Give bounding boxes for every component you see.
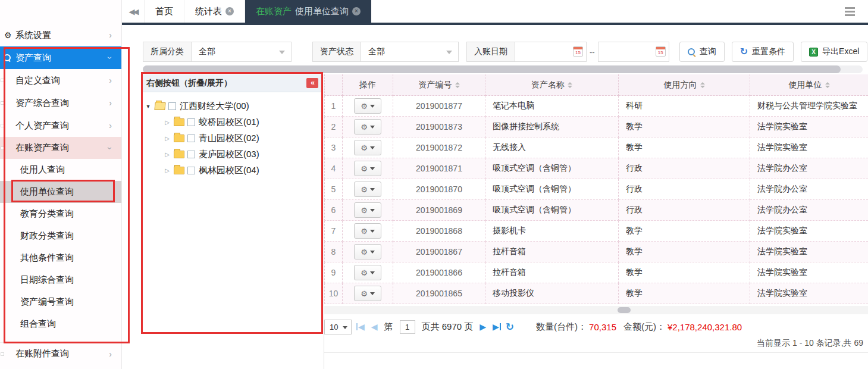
row-actions-button[interactable]: ⚙ xyxy=(354,244,381,259)
first-page-icon[interactable]: ◀ xyxy=(358,323,365,331)
records-summary: 当前显示 1 - 10 条记录,共 69 xyxy=(324,338,863,349)
table-row[interactable]: 9 ⚙ 2019001866 拉杆音箱 教学 法学院实验室 xyxy=(324,262,868,283)
table-row[interactable]: 5 ⚙ 2019001870 吸顶式空调（含铜管） 行政 法学院办公室 xyxy=(324,179,868,200)
export-excel-button[interactable]: X 导出Excel xyxy=(801,42,867,62)
sort-icon[interactable] xyxy=(455,82,460,88)
assets-table: 操作 资产编号 资产名称 使用方向 使用单位 1 ⚙ 2019001877 笔记… xyxy=(324,74,868,304)
close-icon[interactable]: × xyxy=(352,7,361,15)
asset-name-cell: 图像拼接控制系统 xyxy=(485,117,619,137)
table-row[interactable]: 7 ⚙ 2019001868 摄影机卡 教学 法学院实验室 xyxy=(324,221,868,242)
date-start-input[interactable]: 15 xyxy=(515,42,587,62)
row-actions-button[interactable]: ⚙ xyxy=(354,202,381,218)
use-direction-cell: 行政 xyxy=(619,158,750,179)
row-actions-button[interactable]: ⚙ xyxy=(354,286,381,301)
tab-home[interactable]: 首页 xyxy=(145,0,184,23)
status-select[interactable]: 全部 xyxy=(361,42,459,62)
refresh-icon: ↻ xyxy=(740,47,748,57)
date-range-separator: -- xyxy=(587,42,598,62)
sort-icon[interactable] xyxy=(700,82,705,88)
row-operation-cell: ⚙ xyxy=(343,117,393,137)
asset-name-cell: 摄影机卡 xyxy=(485,221,619,242)
row-index: 5 xyxy=(324,179,343,200)
calendar-icon[interactable]: 15 xyxy=(656,46,666,57)
table-row[interactable]: 6 ⚙ 2019001869 吸顶式空调（含铜管） 行政 法学院办公室 xyxy=(324,200,868,221)
calendar-icon[interactable]: 15 xyxy=(573,46,583,57)
pagination-bar: 10 ◀ ◀ 第 1 页共 6970 页 ▶ ▶ ↻ 数量(台件)： 70,31… xyxy=(324,317,868,337)
sidebar-item-label: 系统设置 xyxy=(15,30,51,41)
table-scrollbar-track[interactable] xyxy=(324,306,868,314)
asset-name-cell: 吸顶式空调（含铜管） xyxy=(485,200,619,221)
close-icon[interactable]: × xyxy=(225,7,234,15)
use-unit-cell: 法学院实验室 xyxy=(750,283,868,304)
table-row[interactable]: 8 ⚙ 2019001867 拉杆音箱 教学 法学院实验室 xyxy=(324,242,868,262)
row-operation-cell: ⚙ xyxy=(343,262,393,283)
gear-icon: ⚙ xyxy=(361,102,368,111)
table-scrollbar-thumb[interactable] xyxy=(618,307,631,313)
row-operation-cell: ⚙ xyxy=(343,242,393,262)
gear-icon: ⚙ xyxy=(361,164,368,173)
asset-name-cell: 无线接入 xyxy=(485,137,619,158)
use-unit-cell: 法学院办公室 xyxy=(750,200,868,221)
sidebar-item-system-settings[interactable]: ⚙ 系统设置 › xyxy=(0,24,121,46)
category-value: 全部 xyxy=(199,46,215,57)
header-index xyxy=(324,74,343,96)
use-direction-cell: 科研 xyxy=(619,96,750,117)
use-direction-cell: 教学 xyxy=(619,242,750,262)
use-direction-cell: 教学 xyxy=(619,221,750,242)
footer-divider xyxy=(324,352,868,353)
query-button[interactable]: 查询 xyxy=(679,42,725,62)
row-index: 1 xyxy=(324,96,343,117)
reload-icon[interactable]: ↻ xyxy=(506,322,514,332)
table-body: 1 ⚙ 2019001877 笔记本电脑 科研 财税与公共管理学院实验室 2 ⚙… xyxy=(324,96,868,304)
row-actions-button[interactable]: ⚙ xyxy=(354,182,381,197)
chevron-down-icon xyxy=(370,105,375,108)
date-end-input[interactable]: 15 xyxy=(598,42,669,62)
menu-icon[interactable] xyxy=(845,7,855,16)
row-index: 9 xyxy=(324,262,343,283)
page-number-input[interactable]: 1 xyxy=(400,320,415,334)
category-select[interactable]: 全部 xyxy=(192,42,292,62)
asset-code-cell: 2019001869 xyxy=(393,200,485,221)
tab-label: 使用单位查询 xyxy=(295,6,349,17)
table-row[interactable]: 1 ⚙ 2019001877 笔记本电脑 科研 财税与公共管理学院实验室 xyxy=(324,96,868,117)
header-asset-code[interactable]: 资产编号 xyxy=(393,74,485,96)
row-operation-cell: ⚙ xyxy=(343,179,393,200)
row-index: 6 xyxy=(324,200,343,221)
table-row[interactable]: 4 ⚙ 2019001871 吸顶式空调（含铜管） 行政 法学院办公室 xyxy=(324,158,868,179)
reset-button[interactable]: ↻ 重置条件 xyxy=(732,42,794,62)
table-row[interactable]: 10 ⚙ 2019001865 移动投影仪 教学 法学院实验室 xyxy=(324,283,868,304)
table-row[interactable]: 3 ⚙ 2019001872 无线接入 教学 法学院实验室 xyxy=(324,137,868,158)
chevron-right-icon: › xyxy=(109,30,112,40)
sidebar-item-onbook-attachment-query[interactable]: 在账附件查询 › xyxy=(0,342,121,365)
row-actions-button[interactable]: ⚙ xyxy=(354,265,381,280)
prev-page-icon[interactable]: ◀ xyxy=(371,323,378,331)
row-actions-button[interactable]: ⚙ xyxy=(354,161,381,176)
chevron-down-icon xyxy=(370,271,375,274)
page-size-select[interactable]: 10 xyxy=(324,320,352,334)
row-index: 3 xyxy=(324,137,343,158)
gear-icon: ⚙ xyxy=(361,268,368,277)
tabs-collapse-icon[interactable]: ◀◀ xyxy=(122,0,145,23)
tab-stats[interactable]: 统计表 × xyxy=(184,0,245,23)
sort-icon[interactable] xyxy=(568,82,572,88)
asset-name-cell: 笔记本电脑 xyxy=(485,96,619,117)
chevron-down-icon xyxy=(370,146,375,149)
row-actions-button[interactable]: ⚙ xyxy=(354,140,381,155)
date-label: 入账日期 xyxy=(466,42,515,62)
row-actions-button[interactable]: ⚙ xyxy=(354,223,381,239)
sidebar-top-spacer xyxy=(0,0,121,24)
asset-code-cell: 2019001877 xyxy=(393,96,485,117)
header-use-direction[interactable]: 使用方向 xyxy=(619,74,750,96)
tab-onbook-unit-query[interactable]: 在账资产 使用单位查询 × xyxy=(245,0,371,23)
sort-icon[interactable] xyxy=(825,82,830,88)
last-page-icon[interactable]: ▶ xyxy=(493,323,499,331)
header-asset-name[interactable]: 资产名称 xyxy=(485,74,619,96)
row-actions-button[interactable]: ⚙ xyxy=(354,119,381,135)
next-page-icon[interactable]: ▶ xyxy=(480,323,486,331)
gear-icon: ⚙ xyxy=(361,227,368,236)
chevron-down-icon xyxy=(370,209,375,212)
header-use-unit[interactable]: 使用单位 xyxy=(750,74,868,96)
table-row[interactable]: 2 ⚙ 2019001873 图像拼接控制系统 教学 法学院实验室 xyxy=(324,117,868,137)
row-actions-button[interactable]: ⚙ xyxy=(354,98,381,114)
row-index: 4 xyxy=(324,158,343,179)
